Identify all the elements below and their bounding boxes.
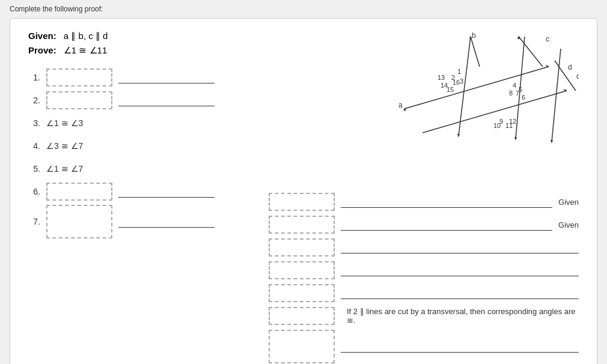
reason-underline-7 [341,341,579,353]
prove-value: ∠1 ≅ ∠11 [64,45,107,55]
diagram-area: b c d [269,31,579,187]
svg-marker-9 [403,108,406,111]
instruction-text: Complete the following proof: [0,0,607,18]
table-row: 3. ∠1 ≅ ∠3 [28,114,257,133]
statement-box-1[interactable] [46,68,112,86]
svg-text:d: d [576,72,579,80]
proof-reasons: Given Given [269,193,579,363]
table-row: 7. [28,205,257,238]
row-number-1: 1. [28,73,40,82]
reason-row-7 [269,330,579,363]
svg-text:1: 1 [457,68,461,75]
reason-row-4 [269,261,579,279]
reason-box-7[interactable] [269,330,335,363]
table-row: 1. [28,68,257,87]
svg-text:a: a [398,101,403,109]
svg-text:13: 13 [438,74,445,81]
svg-text:7: 7 [516,89,519,97]
svg-line-0 [471,37,480,67]
reason-underline-3 [341,241,579,253]
reason-box-6[interactable] [269,307,335,325]
reason-row-5 [269,284,579,302]
reason-box-3[interactable] [269,238,335,256]
row-number-7: 7. [28,217,40,226]
right-panel: b c d [269,31,579,363]
table-row: 5. ∠1 ≅ ∠7 [28,159,257,178]
row-number-3: 3. [28,118,40,128]
table-row: 6. [28,182,257,201]
content-area: Given: a ∥ b, c ∥ d Prove: ∠1 ≅ ∠11 1. [10,19,597,364]
row-number-5: 5. [28,164,40,174]
svg-text:c: c [546,35,549,43]
reason-row-6: If 2 ∥ lines are cut by a transversal, t… [269,307,579,325]
reason-box-5[interactable] [269,284,335,302]
reason-text-6: If 2 ∥ lines are cut by a transversal, t… [347,307,579,325]
table-row: 2. [28,91,257,110]
statement-text-5: ∠1 ≅ ∠7 [46,164,83,174]
svg-text:3: 3 [460,77,463,85]
svg-text:d: d [568,63,572,71]
statement-field-6[interactable] [118,186,215,198]
statement-text-4: ∠3 ≅ ∠7 [46,141,83,151]
svg-text:b: b [472,31,476,40]
statement-box-2[interactable] [46,91,112,109]
reason-underline-1 [341,196,552,208]
reason-box-2[interactable] [269,216,335,234]
geometry-diagram: b c d [362,31,579,169]
statement-field-1[interactable] [118,71,215,83]
svg-text:16: 16 [453,79,460,86]
row-number-6: 6. [28,187,40,196]
prove-label: Prove: [28,45,56,55]
reason-box-1[interactable] [269,193,335,211]
statement-text-3: ∠1 ≅ ∠3 [46,118,83,128]
row-number-4: 4. [28,141,40,151]
left-panel: Given: a ∥ b, c ∥ d Prove: ∠1 ≅ ∠11 1. [28,31,257,363]
svg-text:10: 10 [493,122,501,129]
reason-text-1: Given [558,198,579,207]
given-label: Given: [28,31,56,41]
statement-box-7[interactable] [46,205,112,238]
given-prove: Given: a ∥ b, c ∥ d Prove: ∠1 ≅ ∠11 [28,31,257,56]
reason-underline-2 [341,219,552,231]
svg-text:15: 15 [447,86,454,93]
reason-underline-4 [341,264,579,276]
svg-marker-13 [457,134,460,138]
table-row: 4. ∠3 ≅ ∠7 [28,136,257,156]
row-number-2: 2. [28,96,40,105]
statement-box-6[interactable] [46,183,112,201]
svg-text:6: 6 [522,94,525,101]
page-container: Complete the following proof: Given: a ∥… [0,0,607,364]
statement-field-2[interactable] [118,94,215,106]
svg-marker-17 [551,140,553,144]
reason-underline-5 [341,287,579,299]
reason-row-2: Given [269,216,579,234]
svg-text:4: 4 [513,82,516,89]
svg-text:8: 8 [509,89,513,97]
statement-field-7[interactable] [118,216,215,228]
reason-text-2: Given [558,220,579,229]
proof-statements: 1. 2. 3. ∠1 ≅ ∠3 [28,68,257,241]
svg-text:12: 12 [509,118,516,125]
main-card: Given: a ∥ b, c ∥ d Prove: ∠1 ≅ ∠11 1. [10,18,597,364]
reason-box-4[interactable] [269,261,335,279]
reason-row-1: Given [269,193,579,211]
svg-marker-15 [514,137,517,141]
prove-line: Prove: ∠1 ≅ ∠11 [28,45,257,56]
given-line: Given: a ∥ b, c ∥ d [28,31,257,41]
reason-row-3 [269,238,579,256]
given-value: a ∥ b, c ∥ d [64,31,108,41]
